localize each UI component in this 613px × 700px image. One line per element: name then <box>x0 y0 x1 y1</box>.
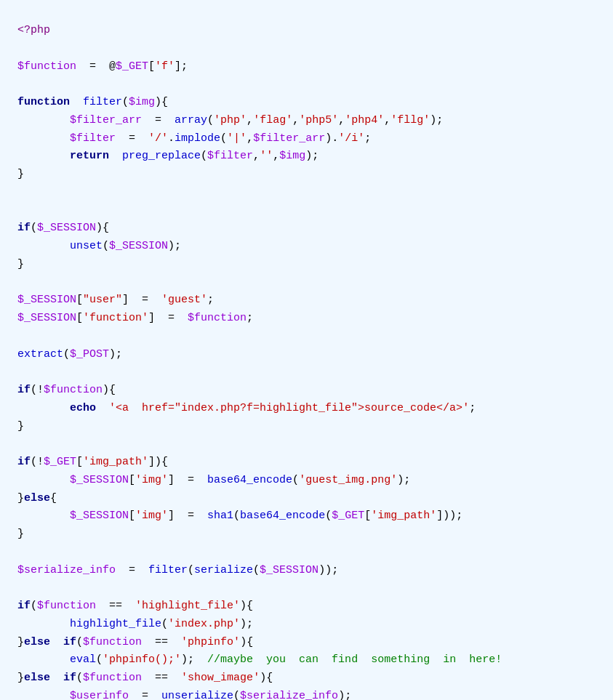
line-13: unset($_SESSION); <box>17 238 596 256</box>
code-block: <?php $function = @$_GET['f']; function … <box>17 15 596 700</box>
line-38: $userinfo = unserialize($serialize_info)… <box>17 688 596 700</box>
line-34: highlight_file('index.php'); <box>17 616 596 634</box>
line-blank-10 <box>17 579 596 598</box>
line-09: } <box>17 166 596 184</box>
line-blank-7 <box>17 363 596 382</box>
line-19: extract($_POST); <box>17 346 596 364</box>
line-14: } <box>17 256 596 274</box>
line-22: echo '<a href="index.php?f=highlight_fil… <box>17 400 596 418</box>
line-28: $_SESSION['img'] = sha1(base64_encode($_… <box>17 507 596 526</box>
line-21: if(!$function){ <box>17 382 596 400</box>
line-blank-3 <box>17 184 596 202</box>
line-blank-2 <box>17 76 596 94</box>
line-37: }else if($function == 'show_image'){ <box>17 669 596 688</box>
line-07: $filter = '/'.implode('|',$filter_arr).'… <box>17 130 596 148</box>
line-blank-4 <box>17 202 596 220</box>
line-12: if($_SESSION){ <box>17 220 596 238</box>
line-26: $_SESSION['img'] = base64_encode('guest_… <box>17 472 596 490</box>
line-01: <?php <box>17 22 596 40</box>
line-31: $serialize_info = filter(serialize($_SES… <box>17 562 596 580</box>
line-27: }else{ <box>17 490 596 508</box>
line-17: $_SESSION['function'] = $function; <box>17 310 596 328</box>
line-16: $_SESSION["user"] = 'guest'; <box>17 291 596 310</box>
line-25: if(!$_GET['img_path']){ <box>17 454 596 472</box>
line-23: } <box>17 418 596 436</box>
line-blank-8 <box>17 435 596 454</box>
line-29: } <box>17 526 596 544</box>
line-33: if($function == 'highlight_file'){ <box>17 598 596 616</box>
line-35: }else if($function == 'phpinfo'){ <box>17 634 596 652</box>
line-03: $function = @$_GET['f']; <box>17 58 596 76</box>
line-08: return preg_replace($filter,'',$img); <box>17 148 596 166</box>
line-blank-9 <box>17 544 596 562</box>
line-05: function filter($img){ <box>17 94 596 112</box>
line-blank-6 <box>17 328 596 346</box>
line-blank-5 <box>17 274 596 292</box>
line-blank-1 <box>17 40 596 58</box>
line-06: $filter_arr = array('php','flag','php5',… <box>17 112 596 130</box>
line-36: eval('phpinfo();'); //maybe you can find… <box>17 651 596 669</box>
